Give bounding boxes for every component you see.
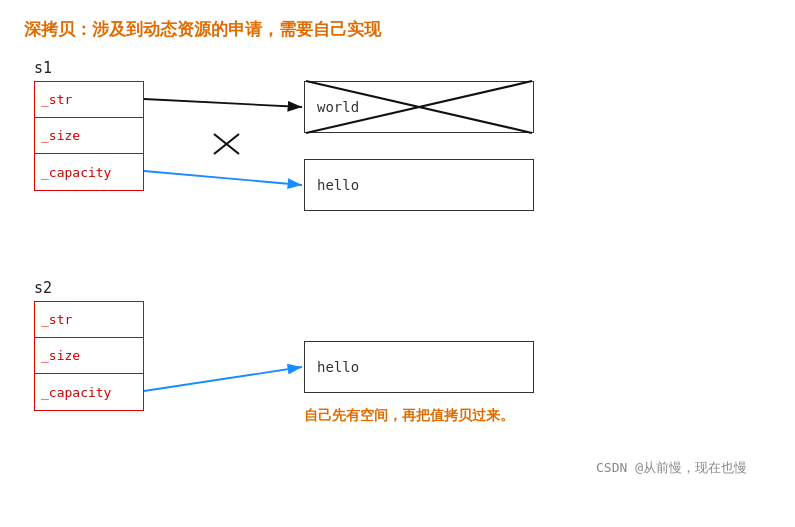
page: 深拷贝：涉及到动态资源的申请，需要自己实现 s1 _str _size _cap… bbox=[0, 0, 795, 527]
hello-s2-text: hello bbox=[317, 359, 359, 375]
s1-capacity-cell: _capacity bbox=[35, 154, 143, 190]
hello-box-s1: hello bbox=[304, 159, 534, 211]
diagram-area: s1 _str _size _capacity world hello s2 _… bbox=[24, 59, 771, 489]
svg-line-7 bbox=[144, 171, 302, 185]
desc-s2: 自己先有空间，再把值拷贝过来。 bbox=[304, 407, 514, 425]
page-title: 深拷贝：涉及到动态资源的申请，需要自己实现 bbox=[24, 18, 771, 41]
s2-label: s2 bbox=[34, 279, 52, 297]
s1-size-cell: _size bbox=[35, 118, 143, 154]
svg-line-6 bbox=[214, 134, 239, 154]
svg-line-2 bbox=[144, 99, 302, 107]
world-text: world bbox=[317, 99, 359, 115]
s2-str-cell: _str bbox=[35, 302, 143, 338]
s1-label: s1 bbox=[34, 59, 52, 77]
svg-line-8 bbox=[144, 367, 302, 391]
hello-box-s2: hello bbox=[304, 341, 534, 393]
hello-s1-text: hello bbox=[317, 177, 359, 193]
svg-line-5 bbox=[214, 134, 239, 154]
watermark: CSDN @从前慢，现在也慢 bbox=[596, 459, 747, 477]
s2-struct-box: _str _size _capacity bbox=[34, 301, 144, 411]
s1-struct-box: _str _size _capacity bbox=[34, 81, 144, 191]
s1-str-cell: _str bbox=[35, 82, 143, 118]
s2-capacity-cell: _capacity bbox=[35, 374, 143, 410]
world-box: world bbox=[304, 81, 534, 133]
s2-size-cell: _size bbox=[35, 338, 143, 374]
